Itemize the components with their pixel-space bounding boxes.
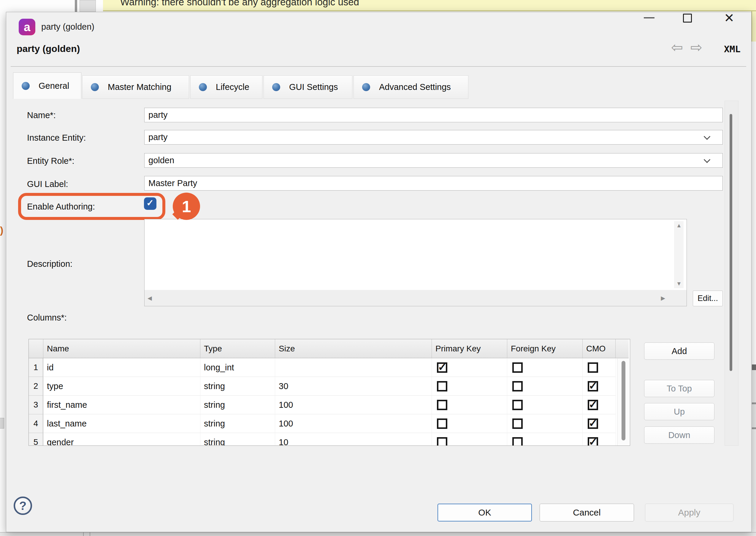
- background-row-fragment: [752, 404, 756, 427]
- background-row-fragment: [752, 364, 756, 370]
- enable-authoring-checkbox[interactable]: [144, 197, 156, 210]
- background-panel-fragment: [0, 418, 4, 428]
- annotation-badge-1: 1: [173, 193, 200, 220]
- back-arrow-icon[interactable]: ⇦: [671, 40, 683, 55]
- tab-sphere-icon: [91, 83, 99, 91]
- scroll-right-icon[interactable]: ▶: [661, 295, 665, 302]
- window-title: party (golden): [41, 21, 94, 32]
- foreign-key-checkbox[interactable]: [512, 400, 523, 410]
- primary-key-checkbox[interactable]: [437, 381, 447, 391]
- background-divider: [90, 532, 90, 536]
- background-divider: [83, 532, 84, 536]
- tab-gui-settings[interactable]: GUI Settings: [264, 75, 352, 99]
- instance-entity-select[interactable]: party: [144, 130, 723, 145]
- apply-button[interactable]: Apply: [645, 504, 734, 521]
- background-warning-banner: Warning: there shouldn't be any aggregat…: [103, 0, 756, 11]
- entity-role-select[interactable]: golden: [144, 153, 723, 168]
- tab-sphere-icon: [199, 83, 207, 91]
- scroll-left-icon[interactable]: ◀: [148, 295, 152, 302]
- header-type: Type: [200, 339, 275, 358]
- chevron-down-icon: [704, 156, 710, 163]
- maximize-icon[interactable]: [683, 14, 692, 22]
- entity-role-label: Entity Role*:: [27, 156, 75, 166]
- cmo-checkbox[interactable]: [588, 400, 598, 410]
- background-toolbar-fragment: [80, 0, 96, 12]
- header-size: Size: [275, 339, 432, 358]
- tab-sphere-icon: [362, 83, 370, 91]
- foreign-key-checkbox[interactable]: [512, 437, 523, 446]
- forward-arrow-icon[interactable]: ⇨: [690, 40, 702, 55]
- down-button[interactable]: Down: [644, 426, 714, 444]
- background-scrollbar-fragment: [75, 0, 77, 12]
- enable-authoring-label: Enable Authoring:: [27, 202, 95, 212]
- app-logo-icon: a: [19, 19, 35, 35]
- to-top-button[interactable]: To Top: [644, 380, 714, 397]
- cmo-checkbox[interactable]: [588, 419, 598, 429]
- dialog-party-golden: a party (golden) ✕ party (golden) ⇦ ⇨ XM…: [6, 12, 752, 532]
- foreign-key-checkbox[interactable]: [512, 419, 523, 429]
- table-row[interactable]: 4 last_name string 100: [29, 414, 630, 433]
- tab-lifecycle[interactable]: Lifecycle: [190, 75, 262, 99]
- name-label: Name*:: [27, 111, 56, 120]
- edit-description-button[interactable]: Edit...: [693, 290, 723, 306]
- tab-general[interactable]: General: [13, 72, 81, 99]
- minimize-icon[interactable]: [644, 17, 654, 18]
- gui-label-label: GUI Label:: [27, 179, 68, 189]
- name-input[interactable]: party: [144, 108, 723, 122]
- table-scrollbar-thumb[interactable]: [622, 361, 625, 440]
- background-row-fragment: [752, 429, 756, 532]
- description-vertical-scrollbar[interactable]: ▲ ▼: [674, 221, 684, 288]
- primary-key-checkbox[interactable]: [437, 419, 447, 429]
- page-title: party (golden): [16, 43, 80, 54]
- content-scrollbar-thumb[interactable]: [730, 114, 732, 371]
- help-icon[interactable]: ?: [14, 496, 32, 515]
- background-text-fragment: ): [0, 224, 3, 236]
- table-row[interactable]: 3 first_name string 100: [29, 396, 630, 414]
- table-row[interactable]: 1 id long_int: [29, 358, 630, 377]
- tab-sphere-icon: [22, 82, 30, 90]
- cancel-button[interactable]: Cancel: [540, 504, 634, 521]
- ok-button[interactable]: OK: [438, 504, 532, 521]
- content-vertical-scrollbar[interactable]: [725, 101, 739, 446]
- cmo-checkbox[interactable]: [588, 362, 598, 373]
- close-icon[interactable]: ✕: [724, 11, 734, 25]
- cmo-checkbox[interactable]: [588, 437, 598, 446]
- add-button[interactable]: Add: [644, 343, 714, 360]
- header-cmo: CMO: [583, 339, 616, 358]
- foreign-key-checkbox[interactable]: [512, 381, 523, 391]
- screen: Warning: there shouldn't be any aggregat…: [0, 0, 756, 536]
- description-label: Description:: [27, 259, 72, 269]
- cmo-checkbox[interactable]: [588, 381, 598, 391]
- table-row[interactable]: 5 gender string 10: [29, 433, 630, 446]
- tab-sphere-icon: [272, 83, 280, 91]
- gui-label-input[interactable]: Master Party: [144, 176, 723, 190]
- header-primary-key: Primary Key: [432, 339, 507, 358]
- header-scroll-spacer: [616, 339, 629, 358]
- tab-master-matching[interactable]: Master Matching: [82, 75, 189, 99]
- header-foreign-key: Foreign Key: [507, 339, 583, 358]
- columns-label: Columns*:: [27, 313, 67, 322]
- xml-view-button[interactable]: XML: [724, 44, 740, 54]
- columns-table-header: Name Type Size Primary Key Foreign Key C…: [29, 339, 630, 358]
- columns-table[interactable]: Name Type Size Primary Key Foreign Key C…: [28, 339, 630, 446]
- primary-key-checkbox[interactable]: [437, 362, 447, 373]
- table-vertical-scrollbar[interactable]: [617, 358, 630, 446]
- warning-text: Warning: there shouldn't be any aggregat…: [120, 0, 359, 8]
- scroll-up-icon[interactable]: ▲: [676, 222, 682, 229]
- header-rownum: [29, 339, 43, 358]
- background-bottom-strip: [0, 532, 756, 536]
- table-row[interactable]: 2 type string 30: [29, 377, 630, 396]
- up-button[interactable]: Up: [644, 403, 714, 420]
- primary-key-checkbox[interactable]: [437, 437, 447, 446]
- background-warning-edge: [751, 11, 756, 42]
- chevron-down-icon: [704, 133, 710, 140]
- primary-key-checkbox[interactable]: [437, 400, 447, 410]
- background-row-fragment: [752, 370, 756, 402]
- description-textarea[interactable]: ▲ ▼ ◀ ▶: [144, 219, 687, 306]
- instance-entity-label: Instance Entity:: [27, 133, 86, 143]
- header-divider: [11, 66, 746, 67]
- description-horizontal-scrollbar[interactable]: ◀ ▶: [145, 290, 687, 306]
- scroll-down-icon[interactable]: ▼: [676, 281, 682, 287]
- tab-advanced-settings[interactable]: Advanced Settings: [353, 75, 468, 99]
- foreign-key-checkbox[interactable]: [512, 362, 523, 373]
